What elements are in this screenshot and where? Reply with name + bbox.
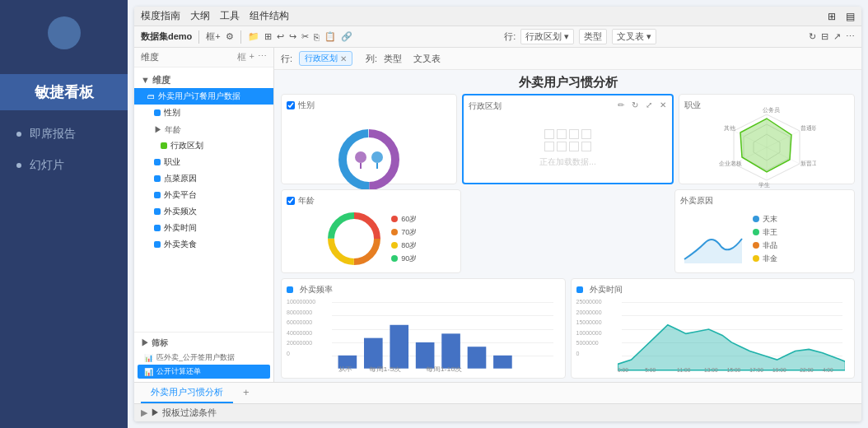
svg-point-5 [371, 151, 383, 163]
tree-item-time[interactable]: 外卖时间 [134, 220, 273, 236]
chart-time: 外卖时间 25000000 20000000 15000000 10000000… [571, 278, 856, 379]
dashboard-area: 行: 行政区划✕ 列: 类型 文叉表 外卖用户习惯分析 [274, 48, 861, 382]
filter-expand-icon[interactable]: ▶ [141, 407, 147, 418]
menu-icon-grid[interactable]: ⊞ [828, 11, 836, 22]
age-legend-80: 80岁 [391, 240, 417, 251]
svg-point-3 [355, 151, 366, 163]
loading-cell-3 [569, 129, 579, 139]
tree-item-age-group: ▶ 年龄 [134, 121, 273, 137]
tree-item-platform[interactable]: 外卖平台 [134, 187, 273, 203]
toolbar-crosstab[interactable]: 文叉表 ▾ [612, 29, 656, 44]
chart-reason: 外卖原因 天末 [674, 189, 855, 273]
loading-text: 正在加载数据... [539, 156, 595, 168]
svg-point-27 [338, 222, 371, 255]
chart-district-close[interactable]: ✕ [657, 99, 669, 110]
toolbar-redo[interactable]: ↪ [289, 31, 296, 42]
age-legend-60: 60岁 [391, 214, 417, 225]
svg-text:19:00: 19:00 [772, 367, 786, 373]
toolbar-copy[interactable]: ⎘ [314, 32, 320, 42]
chart-frequency-title: 外卖频率 [287, 284, 560, 295]
svg-rect-33 [468, 347, 487, 368]
tree-item-reason[interactable]: 点菜原因 [134, 170, 273, 187]
sidebar-item-adhoc[interactable]: 即席报告 [0, 119, 128, 150]
svg-rect-34 [493, 356, 512, 369]
toolbar-share[interactable]: ↗ [833, 31, 841, 42]
menu-item-outline[interactable]: 大纲 [190, 9, 210, 23]
sidebar-logo [48, 16, 81, 49]
svg-text:新晋工作者: 新晋工作者 [800, 160, 816, 166]
chart-age-checkbox[interactable] [287, 197, 295, 205]
frequency-bars-svg: 从不 每周1-5次 每周1-10次 [328, 299, 556, 373]
sidebar-dot-slides [16, 163, 21, 168]
chart-district-edit[interactable]: ✏ [615, 99, 627, 110]
age-donut-svg [325, 210, 383, 268]
chart-gender-title: 性别 [287, 100, 451, 111]
chart-age-title: 年龄 [287, 195, 455, 207]
tree-item-occupation[interactable]: 职业 [134, 154, 273, 170]
loading-cell-1 [544, 129, 554, 139]
svg-rect-31 [416, 342, 435, 369]
tree-bottom-item-calc[interactable]: 📊 公开计算还单 [138, 365, 270, 379]
svg-rect-29 [364, 338, 383, 369]
toolbar-settings-btn[interactable]: ⚙ [226, 31, 234, 42]
toolbar-separator-1 [198, 30, 199, 44]
toolbar-grid-icon[interactable]: ⊞ [264, 31, 272, 42]
toolbar-row-filter[interactable]: 行政区划 ▾ [520, 29, 574, 44]
svg-text:每周1-5次: 每周1-5次 [369, 366, 401, 373]
svg-rect-30 [390, 325, 408, 369]
tree-item-district[interactable]: 行政区划 [134, 137, 273, 154]
chart-district: 行政区划 ✏ ↻ ⤢ ✕ [462, 94, 673, 184]
chart-gender-checkbox[interactable] [287, 101, 295, 109]
chart-district-expand[interactable]: ⤢ [643, 99, 655, 110]
svg-text:公务员: 公务员 [763, 107, 780, 113]
svg-text:4:00: 4:00 [822, 367, 833, 373]
loading-cell-7 [569, 142, 579, 151]
toolbar-col-filter[interactable]: 类型 [579, 29, 607, 44]
reason-legend-0: 天末 [753, 214, 777, 225]
reason-legend: 天末 非王 非品 [753, 214, 777, 264]
chart-district-refresh[interactable]: ↻ [629, 99, 641, 110]
reason-svg [680, 210, 746, 268]
loading-cell-5 [544, 142, 554, 151]
svg-text:从不: 从不 [338, 366, 352, 373]
radar-container: 公务员 普通职员 新晋工作者 学生 企业老板 其他 [684, 114, 849, 180]
menu-item-components[interactable]: 组件结构 [250, 9, 289, 23]
toolbar-paste[interactable]: 📋 [324, 31, 336, 42]
tree-item-user-data[interactable]: 🗃 外卖用户订餐用户数据 [134, 88, 273, 105]
menu-item-guide[interactable]: 模度指南 [141, 9, 180, 23]
tree-add-btn[interactable]: + [250, 51, 254, 63]
toolbar-add-btn[interactable]: 框+ [206, 30, 220, 43]
menu-icon-layout[interactable]: ▤ [846, 11, 855, 22]
chart-age: 年龄 [281, 189, 461, 273]
toolbar-refresh[interactable]: ↻ [809, 31, 816, 42]
toolbar-cut[interactable]: ✂ [301, 31, 309, 42]
tree-bottom-item-public[interactable]: 📊 匹外卖_公开签用户数据 [138, 351, 270, 365]
toolbar-undo[interactable]: ↩ [277, 31, 284, 42]
toolbar-folder-icon[interactable]: 📁 [248, 31, 259, 42]
toolbar-more[interactable]: ⋯ [846, 31, 855, 42]
y-axis-frequency: 100000000 80000000 60000000 40000000 200… [287, 299, 328, 356]
filter-tag-district[interactable]: 行政区划✕ [299, 51, 352, 66]
bottom-filter-bar: ▶ ▶ 报板过滤条件 [134, 403, 861, 421]
tree-item-gender[interactable]: 性别 [134, 105, 273, 121]
tree-item-food[interactable]: 外卖美食 [134, 236, 273, 253]
toolbar-filter-icon[interactable]: ⊟ [821, 31, 828, 42]
dashboard-filter-bar: 行: 行政区划✕ 列: 类型 文叉表 [274, 48, 861, 70]
filter-type: 类型 [384, 53, 402, 65]
svg-text:0:00: 0:00 [618, 367, 628, 373]
chart-time-title: 外卖时间 [576, 284, 850, 295]
tree-expand-btn[interactable]: 框 [237, 51, 246, 63]
gender-chart-body: 49.99% 50.01% [287, 114, 451, 189]
tree-item-frequency[interactable]: 外卖频次 [134, 203, 273, 220]
bottom-tab-bar: 外卖用户习惯分析 + [134, 382, 861, 403]
tree-header-actions: 框 + ⋯ [237, 51, 267, 63]
tab-add[interactable]: + [233, 383, 259, 403]
menu-item-tools[interactable]: 工具 [220, 9, 240, 23]
sidebar-item-slides[interactable]: 幻灯片 [0, 150, 128, 181]
toolbar-link[interactable]: 🔗 [341, 31, 352, 42]
svg-rect-32 [441, 333, 460, 368]
tab-user-habits[interactable]: 外卖用户习惯分析 [141, 383, 233, 403]
sidebar-item-dashboard[interactable]: 敏捷看板 [0, 74, 128, 110]
chart-reason-title: 外卖原因 [680, 195, 849, 207]
tree-more-btn[interactable]: ⋯ [258, 51, 267, 63]
